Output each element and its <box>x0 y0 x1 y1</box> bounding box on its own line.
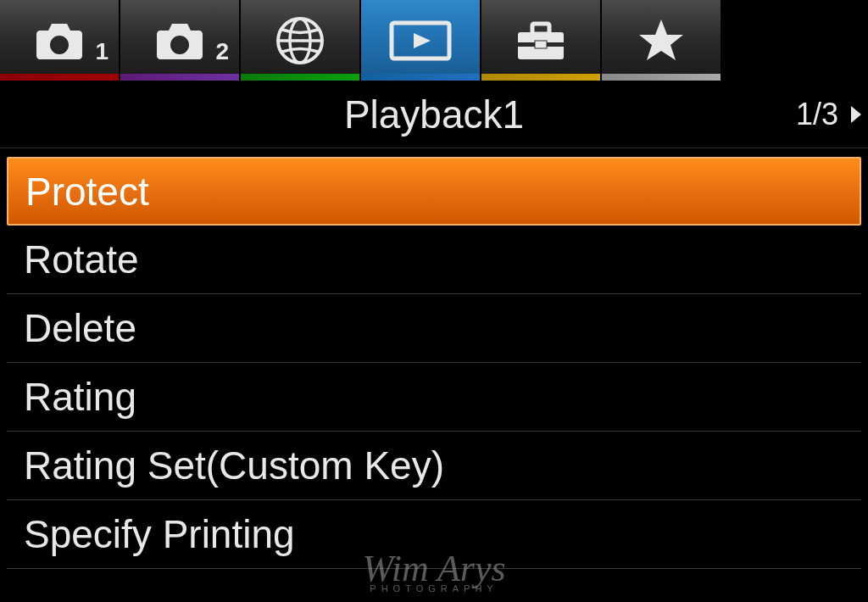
next-page-arrow-icon[interactable] <box>851 106 861 123</box>
tab-setup[interactable] <box>481 0 602 81</box>
tab-camera1-badge: 1 <box>95 38 108 65</box>
menu-item-label: Rotate <box>24 237 139 282</box>
tab-camera2[interactable]: 2 <box>120 0 241 81</box>
tab-camera2-badge: 2 <box>215 38 229 65</box>
camera-icon <box>153 20 206 61</box>
menu-item-specify-printing[interactable]: Specify Printing <box>7 500 861 569</box>
tab-camera1[interactable]: 1 <box>0 0 120 81</box>
menu-item-rating-set[interactable]: Rating Set(Custom Key) <box>7 432 861 500</box>
playback-icon <box>387 16 454 65</box>
svg-rect-9 <box>535 41 547 48</box>
tab-network[interactable] <box>241 0 361 81</box>
toolbox-icon <box>513 19 569 63</box>
globe-icon <box>275 15 326 66</box>
menu-item-rotate[interactable]: Rotate <box>7 226 861 294</box>
page-header: Playback1 1/3 <box>0 81 868 148</box>
tab-playback[interactable] <box>361 0 481 81</box>
menu-item-label: Rating <box>24 374 136 420</box>
svg-rect-8 <box>532 24 549 34</box>
tab-bar: 1 2 <box>0 0 868 81</box>
watermark-subtitle: PHOTOGRAPHY <box>362 583 505 594</box>
menu-item-label: Delete <box>24 305 136 351</box>
menu-item-label: Specify Printing <box>24 511 295 557</box>
menu-item-protect[interactable]: Protect <box>7 157 861 226</box>
tab-mymenu[interactable] <box>602 0 722 81</box>
camera-icon <box>33 20 86 61</box>
menu-item-delete[interactable]: Delete <box>7 294 861 363</box>
svg-point-1 <box>174 39 186 51</box>
page-counter: 1/3 <box>796 97 838 132</box>
svg-point-0 <box>53 39 65 51</box>
menu-item-rating[interactable]: Rating <box>7 363 861 432</box>
menu-item-label: Rating Set(Custom Key) <box>24 443 444 488</box>
menu-list: Protect Rotate Delete Rating Rating Set(… <box>0 148 868 569</box>
menu-item-label: Protect <box>25 169 149 215</box>
page-title: Playback1 <box>344 92 524 137</box>
star-icon <box>636 16 687 65</box>
